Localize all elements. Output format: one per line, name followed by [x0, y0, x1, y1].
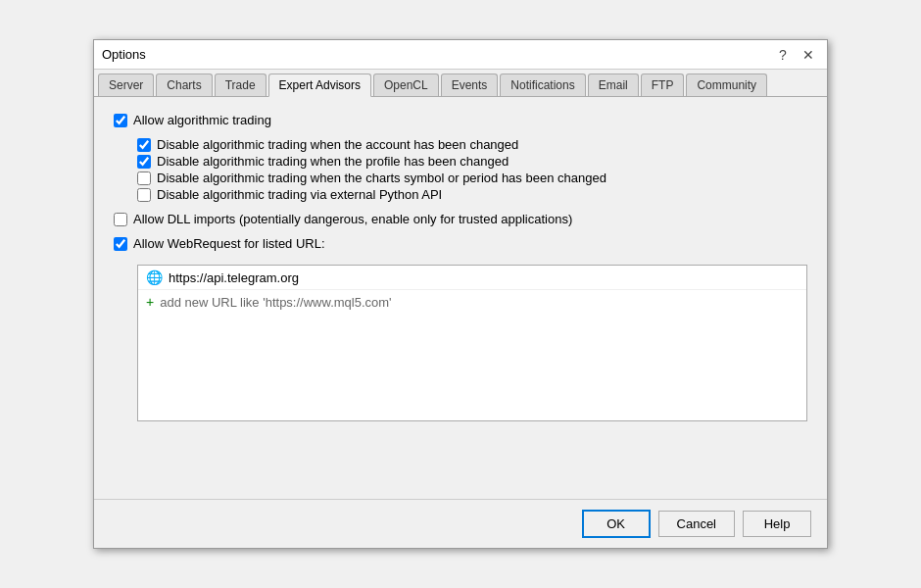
- disable-on-chart-label: Disable algorithmic trading when the cha…: [157, 171, 606, 185]
- help-title-button[interactable]: ?: [772, 44, 794, 66]
- disable-via-python-checkbox[interactable]: [137, 188, 151, 202]
- dialog-title: Options: [102, 47, 146, 62]
- footer: OK Cancel Help: [94, 499, 827, 548]
- allow-webrequest-checkbox[interactable]: [114, 237, 127, 251]
- disable-on-profile-checkbox[interactable]: [137, 155, 151, 169]
- disable-on-account-row: Disable algorithmic trading when the acc…: [137, 137, 807, 152]
- tabs-bar: Server Charts Trade Expert Advisors Open…: [94, 70, 827, 97]
- url-entry-0[interactable]: 🌐 https://api.telegram.org: [138, 266, 806, 290]
- url-text-0: https://api.telegram.org: [169, 270, 299, 285]
- url-list: 🌐 https://api.telegram.org + add new URL…: [137, 265, 807, 421]
- title-bar-left: Options: [102, 47, 146, 62]
- title-bar: Options ? ✕: [94, 40, 827, 70]
- url-globe-icon: 🌐: [146, 270, 163, 285]
- allow-dll-label: Allow DLL imports (potentially dangerous…: [133, 212, 572, 226]
- cancel-button[interactable]: Cancel: [658, 511, 735, 537]
- allow-algo-trading-row: Allow algorithmic trading: [114, 113, 807, 127]
- allow-webrequest-row: Allow WebRequest for listed URL:: [114, 236, 807, 251]
- options-dialog: Options ? ✕ Server Charts Trade Expert A…: [93, 39, 828, 549]
- tab-events[interactable]: Events: [441, 74, 499, 96]
- tab-trade[interactable]: Trade: [215, 74, 267, 96]
- disable-on-account-checkbox[interactable]: [137, 138, 151, 152]
- tab-opencl[interactable]: OpenCL: [373, 74, 439, 96]
- disable-on-chart-checkbox[interactable]: [137, 172, 151, 185]
- disable-on-chart-row: Disable algorithmic trading when the cha…: [137, 171, 807, 185]
- tab-community[interactable]: Community: [686, 74, 767, 96]
- title-bar-controls: ? ✕: [772, 44, 819, 66]
- tab-ftp[interactable]: FTP: [641, 74, 685, 96]
- url-add-placeholder: add new URL like 'https://www.mql5.com': [160, 295, 391, 310]
- tab-email[interactable]: Email: [588, 74, 639, 96]
- allow-dll-checkbox[interactable]: [114, 213, 127, 226]
- tab-notifications[interactable]: Notifications: [500, 74, 585, 96]
- allow-algo-trading-label: Allow algorithmic trading: [133, 113, 271, 127]
- url-add-icon: +: [146, 294, 154, 310]
- disable-on-profile-row: Disable algorithmic trading when the pro…: [137, 154, 807, 169]
- help-button[interactable]: Help: [743, 511, 811, 537]
- algo-trading-suboptions: Disable algorithmic trading when the acc…: [137, 137, 807, 204]
- tab-charts[interactable]: Charts: [156, 74, 212, 96]
- disable-on-account-label: Disable algorithmic trading when the acc…: [157, 137, 518, 152]
- close-title-button[interactable]: ✕: [798, 44, 819, 66]
- allow-algo-trading-checkbox[interactable]: [114, 114, 127, 127]
- tab-expert-advisors[interactable]: Expert Advisors: [268, 74, 371, 97]
- disable-on-profile-label: Disable algorithmic trading when the pro…: [157, 154, 509, 169]
- tab-server[interactable]: Server: [98, 74, 154, 96]
- allow-dll-row: Allow DLL imports (potentially dangerous…: [114, 212, 807, 226]
- ok-button[interactable]: OK: [582, 510, 651, 538]
- allow-webrequest-label: Allow WebRequest for listed URL:: [133, 236, 325, 251]
- disable-via-python-label: Disable algorithmic trading via external…: [157, 187, 442, 202]
- content-panel: Allow algorithmic trading Disable algori…: [94, 97, 827, 499]
- disable-via-python-row: Disable algorithmic trading via external…: [137, 187, 807, 202]
- url-add-row[interactable]: + add new URL like 'https://www.mql5.com…: [138, 290, 806, 314]
